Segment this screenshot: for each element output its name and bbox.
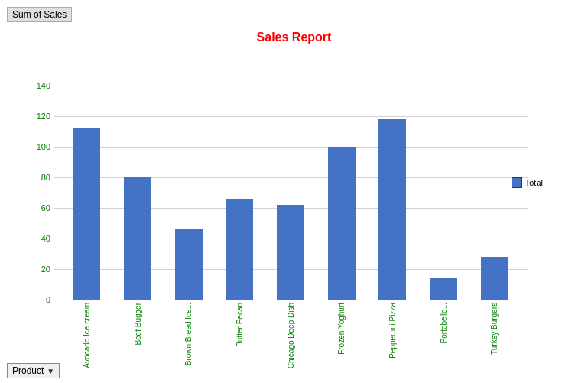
chart-title: Sales Report [0,23,588,44]
x-axis-label: Chicago Deep Dish [265,300,317,383]
chart-container: Sales Report 020406080100120140 Avocado … [0,23,588,352]
x-axis-labels: Avocado Ice creamBeef BuggerBrown Bread … [54,300,528,383]
chart-bars [54,86,528,300]
legend-color-box [512,177,522,188]
bar-group [469,257,520,300]
legend-label: Total [525,178,543,187]
chart-legend: Total [512,177,543,188]
x-axis-label: Portobello... [418,300,469,383]
product-dropdown-button[interactable]: Product ▼ [7,363,60,378]
bar-group [61,128,112,300]
x-axis-label: Turkey Burgers [469,300,520,383]
bar-group [265,205,317,300]
bar-group [163,229,214,300]
bar [226,199,253,300]
bar [175,229,203,300]
bar [481,257,508,300]
x-axis-label: Avocado Ice cream [61,300,112,383]
bar [73,128,100,300]
x-axis-label: Beef Bugger [112,300,164,383]
bar-group [367,119,418,300]
bar [328,147,356,300]
y-axis-label: 0 [46,295,50,304]
y-axis-label: 40 [41,234,50,243]
x-axis-label: Frozen Yoghurt [316,300,367,383]
y-axis-label: 140 [37,81,50,90]
y-axis-label: 80 [41,173,50,182]
chevron-down-icon: ▼ [47,367,54,375]
y-axis: 020406080100120140 [23,86,54,300]
y-axis-label: 100 [37,142,50,151]
bar-group [316,147,367,300]
bar [277,205,304,300]
bar-group [418,278,469,300]
y-axis-label: 120 [37,112,50,121]
x-axis-label: Butter Pecan [214,300,265,383]
bar [430,278,457,300]
product-button-label: Product [12,365,44,376]
x-axis-label: Brown Bread Ice... [163,300,214,383]
sum-of-sales-label: Sum of Sales [7,7,72,22]
bar-group [214,199,265,300]
bar-group [112,177,164,300]
y-axis-label: 60 [41,203,50,213]
bar [124,177,151,300]
x-axis-label: Pepperoni Pizza [367,300,418,383]
y-axis-label: 20 [41,265,50,274]
bar [378,119,406,300]
